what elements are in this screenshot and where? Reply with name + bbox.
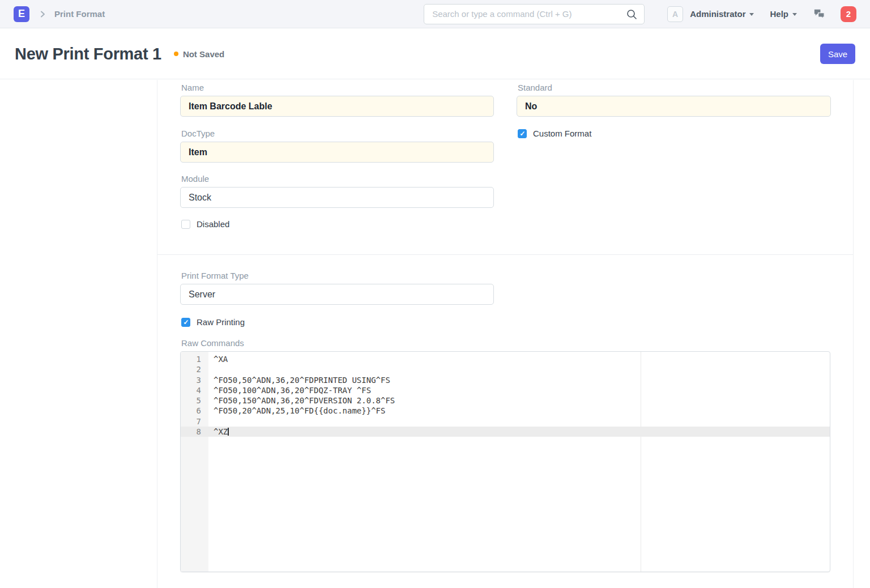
field-standard-label: Standard <box>518 83 831 92</box>
editor-line-code <box>208 416 214 427</box>
form-section-printing: Print Format Type Raw Printing Raw Comma… <box>157 255 853 572</box>
editor-lines[interactable]: 1^XA23^FO50,50^ADN,36,20^FDPRINTED USING… <box>181 352 830 437</box>
breadcrumb[interactable]: Print Format <box>54 9 105 19</box>
notification-count-badge[interactable]: 2 <box>841 6 856 22</box>
field-standard-input[interactable] <box>517 96 831 117</box>
field-raw-commands: Raw Commands 1^XA23^FO50,50^ADN,36,20^FD… <box>180 338 830 572</box>
app-logo[interactable]: E <box>14 6 29 22</box>
chat-icon[interactable] <box>813 7 826 20</box>
field-standard: Standard <box>517 83 831 117</box>
search-input[interactable] <box>424 5 644 24</box>
save-status-label: Not Saved <box>183 49 224 59</box>
editor-line[interactable]: 6^FO50,20^ADN,25,10^FD{{doc.name}}^FS <box>181 406 830 416</box>
editor-line-code: ^FO50,20^ADN,25,10^FD{{doc.name}}^FS <box>208 406 385 416</box>
field-module-input[interactable] <box>180 187 494 208</box>
field-print-format-type: Print Format Type <box>180 271 494 305</box>
editor-line-number: 3 <box>181 375 208 385</box>
form-column: Name DocType Module Disabled S <box>157 80 854 588</box>
editor-line-number: 4 <box>181 385 208 395</box>
custom-format-checkbox[interactable] <box>518 129 527 138</box>
main-content: Name DocType Module Disabled S <box>0 80 870 588</box>
not-saved-dot-icon <box>174 52 178 56</box>
user-menu[interactable]: Administrator <box>690 9 754 19</box>
custom-format-checkbox-label: Custom Format <box>533 129 591 138</box>
top-navbar: E Print Format A Administrator Help 2 <box>0 0 870 28</box>
editor-line[interactable]: 2 <box>181 364 830 374</box>
field-raw-printing-checkbox-row[interactable]: Raw Printing <box>180 317 830 327</box>
field-module: Module <box>180 174 494 208</box>
help-menu-label: Help <box>770 9 788 19</box>
field-disabled-checkbox-row[interactable]: Disabled <box>180 219 494 229</box>
field-print-format-type-label: Print Format Type <box>181 271 494 280</box>
editor-line-code: ^FO50,100^ADN,36,20^FDQZ-TRAY ^FS <box>208 385 371 395</box>
editor-line-code: ^FO50,50^ADN,36,20^FDPRINTED USING^FS <box>208 375 390 385</box>
editor-line-code <box>208 364 214 374</box>
field-name-input[interactable] <box>180 96 494 117</box>
field-module-label: Module <box>181 174 494 184</box>
save-button[interactable]: Save <box>820 44 855 64</box>
editor-line-number: 1 <box>181 354 208 364</box>
chevron-down-icon <box>792 13 797 16</box>
chevron-down-icon <box>749 13 754 16</box>
raw-printing-checkbox[interactable] <box>181 318 190 327</box>
editor-line-number: 6 <box>181 406 208 416</box>
text-cursor <box>228 428 229 436</box>
avatar[interactable]: A <box>667 6 683 22</box>
left-column: Name DocType Module Disabled <box>180 83 494 254</box>
field-doctype-input[interactable] <box>180 142 494 163</box>
chevron-right-icon <box>39 10 46 18</box>
field-name: Name <box>180 83 494 117</box>
editor-line-number: 5 <box>181 395 208 406</box>
editor-line[interactable]: 8^XZ <box>181 427 830 437</box>
editor-line-code: ^FO50,150^ADN,36,20^FDVERSION 2.0.8^FS <box>208 395 395 406</box>
disabled-checkbox[interactable] <box>181 220 190 229</box>
editor-line-code: ^XA <box>208 354 228 364</box>
field-print-format-type-input[interactable] <box>180 284 494 305</box>
right-column: Standard Custom Format <box>517 83 831 254</box>
field-name-label: Name <box>181 83 494 92</box>
editor-line[interactable]: 3^FO50,50^ADN,36,20^FDPRINTED USING^FS <box>181 375 830 385</box>
field-raw-commands-label: Raw Commands <box>181 338 830 348</box>
editor-line-number: 7 <box>181 416 208 427</box>
editor-line[interactable]: 4^FO50,100^ADN,36,20^FDQZ-TRAY ^FS <box>181 385 830 395</box>
editor-line-number: 2 <box>181 364 208 374</box>
field-doctype-label: DocType <box>181 129 494 138</box>
page-title: New Print Format 1 <box>15 45 161 63</box>
editor-line-number: 8 <box>181 427 208 437</box>
editor-line[interactable]: 1^XA <box>181 354 830 364</box>
raw-printing-checkbox-label: Raw Printing <box>197 317 245 327</box>
search-icon[interactable] <box>626 8 638 23</box>
editor-line-code: ^XZ <box>208 427 229 437</box>
help-menu[interactable]: Help <box>770 9 797 19</box>
field-doctype: DocType <box>180 129 494 163</box>
page-header: New Print Format 1 Not Saved Save <box>0 29 870 79</box>
form-section-main: Name DocType Module Disabled S <box>157 80 853 255</box>
disabled-checkbox-label: Disabled <box>197 219 229 229</box>
save-status: Not Saved <box>174 49 224 59</box>
editor-line[interactable]: 5^FO50,150^ADN,36,20^FDVERSION 2.0.8^FS <box>181 395 830 406</box>
editor-line[interactable]: 7 <box>181 416 830 427</box>
field-custom-format-checkbox-row[interactable]: Custom Format <box>517 129 831 138</box>
user-menu-label: Administrator <box>690 9 745 19</box>
global-search <box>424 4 645 24</box>
raw-commands-editor[interactable]: 1^XA23^FO50,50^ADN,36,20^FDPRINTED USING… <box>180 351 830 572</box>
